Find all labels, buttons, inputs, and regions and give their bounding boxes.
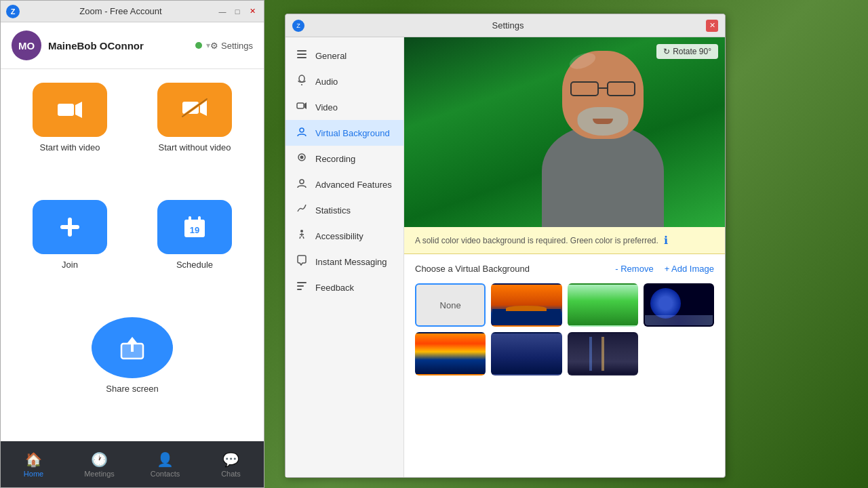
rotate-label: Rotate 90° [673, 47, 711, 56]
video-camera-icon [56, 100, 83, 120]
schedule-button[interactable]: 19 [157, 200, 232, 254]
join-label: Join [62, 260, 78, 270]
virtual-background-icon [295, 126, 309, 140]
svg-rect-21 [297, 103, 304, 108]
svg-rect-28 [297, 282, 307, 283]
person-body [542, 125, 664, 227]
svg-rect-0 [58, 104, 74, 116]
bg-sunset[interactable] [415, 332, 486, 375]
virtual-background-label: Virtual Background [315, 128, 390, 138]
profile-name: MaineBob OConnor [48, 40, 187, 52]
start-no-video-button[interactable] [157, 83, 232, 137]
person-head [562, 51, 644, 139]
info-bar: A solid color video background is requir… [404, 227, 725, 254]
svg-rect-29 [297, 285, 304, 287]
settings-link[interactable]: ⚙ Settings [210, 41, 253, 51]
bg-none[interactable]: None [415, 283, 486, 327]
info-icon[interactable]: ℹ [664, 234, 668, 247]
svg-point-27 [300, 230, 303, 232]
zoom-title-text: Zoom - Free Account [25, 6, 216, 16]
settings-close-button[interactable]: ✕ [706, 20, 718, 32]
general-icon [295, 49, 309, 62]
share-screen-label: Share screen [106, 384, 158, 394]
rotate-button[interactable]: ↻ Rotate 90° [656, 44, 718, 59]
sidebar-item-advanced-features[interactable]: Advanced Features [285, 171, 403, 197]
remove-button[interactable]: - Remove [615, 264, 653, 274]
svg-rect-30 [297, 289, 302, 290]
nav-contacts-label: Contacts [151, 470, 180, 478]
sidebar-item-video[interactable]: Video [285, 94, 403, 120]
zoom-main-window: Z Zoom - Free Account — □ ✕ MO MaineBob … [0, 0, 264, 488]
background-grid: None [415, 283, 714, 375]
nav-meetings[interactable]: 🕐 Meetings [66, 441, 132, 487]
sidebar-item-audio[interactable]: Audio [285, 68, 403, 94]
glasses-bridge [599, 87, 607, 89]
contacts-icon: 👤 [157, 451, 174, 468]
head-highlight [568, 50, 597, 72]
start-video-item[interactable]: Start with video [14, 83, 125, 186]
nav-home[interactable]: 🏠 Home [1, 441, 66, 487]
statistics-label: Statistics [315, 205, 351, 216]
meetings-icon: 🕐 [91, 451, 108, 468]
join-button[interactable] [33, 200, 107, 254]
sidebar-item-virtual-background[interactable]: Virtual Background [285, 120, 403, 146]
bg-chooser: Choose a Virtual Background - Remove + A… [404, 254, 725, 477]
svg-text:19: 19 [190, 225, 199, 235]
bg-golden-gate[interactable] [491, 283, 561, 327]
nav-chats[interactable]: 💬 Chats [198, 441, 264, 487]
add-image-button[interactable]: + Add Image [665, 264, 714, 274]
sidebar-item-recording[interactable]: Recording [285, 146, 403, 171]
svg-point-23 [300, 128, 304, 132]
svg-point-19 [299, 75, 304, 82]
start-video-button[interactable] [33, 83, 107, 137]
start-no-video-item[interactable]: Start without video [139, 83, 250, 186]
actions-grid: Start with video Start without video [1, 69, 264, 441]
schedule-label: Schedule [176, 260, 213, 270]
nav-contacts[interactable]: 👤 Contacts [132, 441, 198, 487]
settings-link-label: Settings [221, 41, 253, 51]
accessibility-icon [295, 229, 309, 243]
svg-point-25 [300, 156, 304, 159]
person-figure [521, 37, 684, 227]
bg-grass[interactable] [568, 283, 638, 327]
close-button[interactable]: ✕ [246, 5, 258, 18]
nav-home-label: Home [24, 470, 43, 478]
titlebar-controls: — □ ✕ [216, 5, 258, 18]
sidebar-item-accessibility[interactable]: Accessibility [285, 223, 403, 249]
accessibility-label: Accessibility [315, 231, 363, 241]
zoom-titlebar: Z Zoom - Free Account — □ ✕ [1, 1, 264, 22]
svg-point-26 [300, 180, 304, 184]
bg-earth[interactable] [644, 283, 714, 327]
share-screen-button[interactable] [92, 317, 173, 378]
sidebar-item-general[interactable]: General [285, 43, 403, 68]
svg-marker-22 [304, 102, 307, 109]
schedule-item[interactable]: 19 Schedule [139, 200, 250, 304]
bg-actions: - Remove + Add Image [615, 264, 714, 274]
bg-lake[interactable] [491, 332, 561, 375]
statistics-icon [295, 203, 309, 217]
sidebar-item-instant-messaging[interactable]: Instant Messaging [285, 249, 403, 274]
advanced-features-label: Advanced Features [315, 180, 392, 190]
home-icon: 🏠 [25, 451, 42, 468]
minimize-button[interactable]: — [216, 5, 229, 18]
sidebar-item-statistics[interactable]: Statistics [285, 197, 403, 223]
profile-area: MO MaineBob OConnor ▾ ⚙ Settings [1, 22, 264, 69]
video-icon [295, 100, 309, 114]
bg-hall[interactable] [568, 332, 638, 375]
settings-window: Z Settings ✕ General Audio Vi [285, 14, 726, 478]
video-preview: ↻ Rotate 90° [404, 37, 725, 227]
sidebar-item-feedback[interactable]: Feedback [285, 274, 403, 300]
avatar: MO [12, 30, 41, 60]
recording-icon [295, 152, 309, 165]
feedback-label: Feedback [315, 283, 354, 293]
settings-title-icon: Z [292, 20, 304, 32]
svg-marker-1 [75, 102, 82, 118]
calendar-icon: 19 [182, 215, 207, 239]
recording-label: Recording [315, 154, 355, 164]
svg-rect-17 [297, 54, 307, 55]
join-item[interactable]: Join [14, 200, 125, 304]
share-screen-item[interactable]: Share screen [92, 317, 173, 428]
settings-sidebar: General Audio Video Virtual Background [285, 37, 404, 477]
maximize-button[interactable]: □ [231, 5, 243, 18]
bottom-nav: 🏠 Home 🕐 Meetings 👤 Contacts 💬 Chats [1, 441, 264, 487]
